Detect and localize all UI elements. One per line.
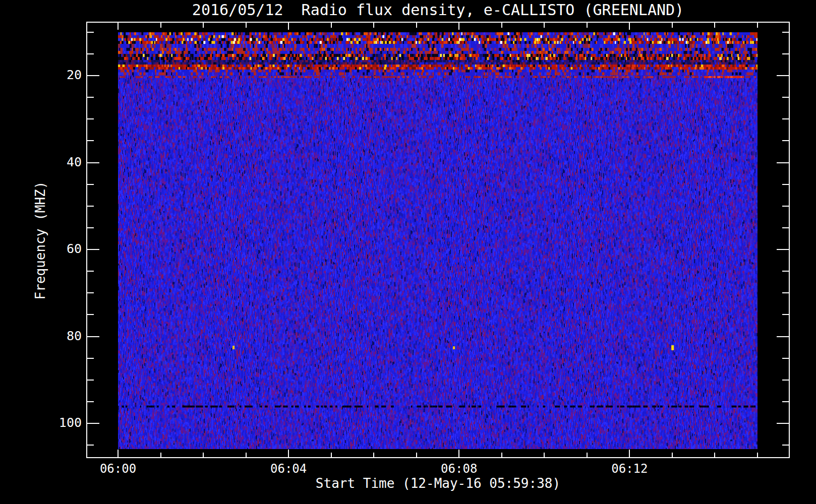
y-minor-tick — [87, 118, 94, 119]
x-tick-label: 06:12 — [599, 462, 660, 476]
x-minor-tick — [160, 453, 161, 457]
y-minor-tick-right — [782, 401, 789, 402]
x-minor-tick-top — [757, 23, 758, 28]
y-major-tick-right — [777, 423, 789, 424]
x-minor-tick-top — [416, 23, 417, 28]
y-minor-tick-right — [782, 445, 789, 446]
x-minor-tick-top — [246, 23, 247, 28]
plot-frame — [86, 22, 790, 458]
x-minor-tick — [246, 453, 247, 457]
x-minor-tick-top — [203, 23, 204, 28]
y-minor-tick-right — [782, 206, 789, 207]
x-minor-tick-top — [544, 23, 545, 28]
y-minor-tick-right — [782, 271, 789, 272]
x-major-tick-top — [288, 23, 289, 30]
x-major-tick — [288, 450, 289, 457]
y-major-tick — [87, 249, 99, 250]
x-minor-tick-top — [587, 23, 588, 28]
y-major-tick — [87, 162, 99, 163]
y-major-tick — [87, 423, 99, 424]
x-minor-tick-top — [714, 23, 715, 28]
y-minor-tick — [87, 206, 94, 207]
y-axis-title: Frequency (MHZ) — [33, 140, 50, 341]
chart-title: 2016/05/12 Radio flux density, e-CALLIST… — [86, 1, 790, 19]
y-major-tick-right — [777, 162, 789, 163]
x-minor-tick-top — [331, 23, 332, 28]
y-minor-tick — [87, 53, 94, 54]
y-minor-tick-right — [782, 380, 789, 381]
x-minor-tick — [501, 453, 502, 457]
y-tick-label: 60 — [31, 241, 82, 256]
x-tick-label: 06:04 — [258, 462, 319, 476]
y-minor-tick-right — [782, 32, 789, 33]
y-minor-tick — [87, 184, 94, 185]
y-minor-tick — [87, 227, 94, 228]
y-minor-tick-right — [782, 227, 789, 228]
x-tick-label: 06:00 — [88, 462, 148, 476]
x-minor-tick-top — [672, 23, 673, 28]
x-major-tick-top — [118, 23, 119, 30]
spectrogram-page: 2016/05/12 Radio flux density, e-CALLIST… — [0, 0, 816, 504]
y-minor-tick-right — [782, 118, 789, 119]
x-major-tick-top — [458, 23, 459, 30]
x-minor-tick — [714, 453, 715, 457]
x-minor-tick — [416, 453, 417, 457]
y-minor-tick-right — [782, 292, 789, 293]
x-major-tick-top — [629, 23, 630, 30]
y-minor-tick — [87, 140, 94, 141]
x-minor-tick — [373, 453, 374, 457]
y-minor-tick — [87, 358, 94, 359]
y-major-tick — [87, 75, 99, 76]
y-minor-tick-right — [782, 358, 789, 359]
y-minor-tick-right — [782, 53, 789, 54]
x-minor-tick — [331, 453, 332, 457]
y-minor-tick — [87, 314, 94, 315]
y-major-tick — [87, 336, 99, 337]
y-minor-tick-right — [782, 97, 789, 98]
x-minor-tick — [203, 453, 204, 457]
y-major-tick-right — [777, 75, 789, 76]
y-minor-tick — [87, 401, 94, 402]
x-major-tick — [458, 450, 459, 457]
x-minor-tick — [757, 453, 758, 457]
y-tick-label: 20 — [31, 68, 82, 82]
y-minor-tick-right — [782, 140, 789, 141]
y-minor-tick-right — [782, 314, 789, 315]
x-minor-tick — [544, 453, 545, 457]
y-minor-tick-right — [782, 184, 789, 185]
y-tick-label: 100 — [31, 415, 82, 430]
x-minor-tick-top — [501, 23, 502, 28]
x-major-tick — [629, 450, 630, 457]
y-tick-label: 40 — [31, 155, 82, 169]
y-minor-tick — [87, 380, 94, 381]
y-minor-tick — [87, 292, 94, 293]
y-minor-tick — [87, 271, 94, 272]
x-minor-tick — [587, 453, 588, 457]
y-minor-tick — [87, 97, 94, 98]
x-tick-label: 06:08 — [429, 462, 489, 476]
y-major-tick-right — [777, 336, 789, 337]
y-minor-tick — [87, 32, 94, 33]
y-tick-label: 80 — [31, 329, 82, 343]
x-minor-tick-top — [373, 23, 374, 28]
y-major-tick-right — [777, 249, 789, 250]
x-minor-tick-top — [160, 23, 161, 28]
x-axis-title: Start Time (12-May-16 05:59:38) — [86, 476, 790, 491]
x-major-tick — [118, 450, 119, 457]
x-minor-tick — [672, 453, 673, 457]
y-minor-tick — [87, 445, 94, 446]
